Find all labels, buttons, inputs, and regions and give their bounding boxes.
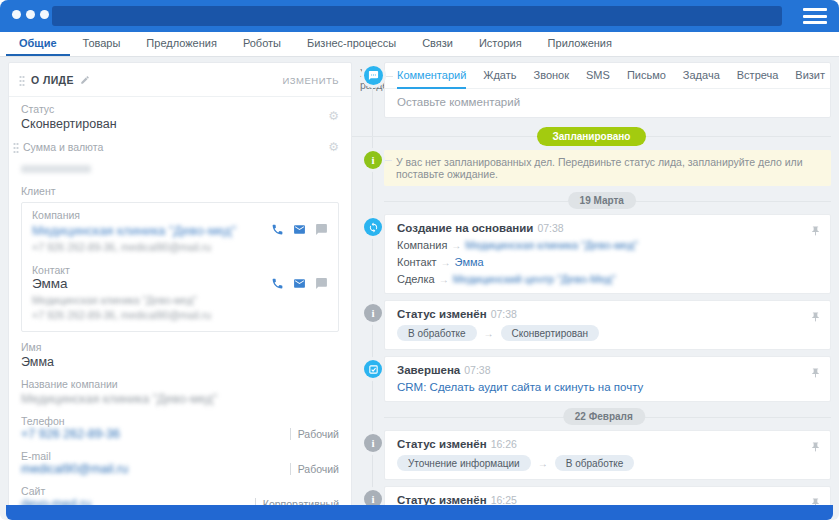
status-transition: Уточнение информации→В обработке: [397, 455, 802, 471]
tab-general[interactable]: Общие: [6, 32, 70, 56]
tab-quotes[interactable]: Предложения: [133, 32, 230, 56]
info-icon: i: [364, 151, 382, 169]
pencil-icon[interactable]: [80, 71, 90, 89]
browser-topbar: [0, 0, 839, 32]
planned-row: Запланировано: [352, 124, 831, 148]
client-box: Компания Медицинская клиника "Дево-мед" …: [21, 202, 339, 332]
tl-tab-task[interactable]: Задача: [683, 64, 720, 89]
window-controls[interactable]: [12, 10, 49, 19]
entry-card: Завершена07:38 CRM: Сделать аудит сайта …: [384, 356, 831, 402]
name-value: Эмма: [21, 355, 339, 369]
tl-tab-meeting[interactable]: Встреча: [737, 64, 779, 89]
email-label: E-mail: [21, 450, 339, 462]
timeline-entry: i Статус изменён16:26 Уточнение информац…: [352, 430, 831, 480]
date-separator: 22 Февраля: [352, 408, 831, 426]
chat-icon[interactable]: [315, 223, 328, 236]
company-link[interactable]: Медицинская клиника "Дево-мед": [32, 223, 236, 238]
tl-tab-comment[interactable]: Комментарий: [397, 64, 466, 89]
timeline-entry: Создание на основании07:38 Компания→Меди…: [352, 214, 831, 294]
comment-bubble-icon: [364, 66, 383, 85]
composer-row: Комментарий Ждать Звонок SMS Письмо Зада…: [352, 62, 831, 118]
company-link[interactable]: Медицинская клиника "Дево-мед": [465, 239, 638, 251]
email-value-link[interactable]: medical90@mail.ru: [21, 462, 128, 476]
entry-time: 07:38: [464, 364, 490, 376]
phone-type: Рабочий: [290, 428, 339, 440]
deal-link[interactable]: Медицинский центр "Дево-Мед": [453, 273, 616, 285]
comment-composer: Комментарий Ждать Звонок SMS Письмо Зада…: [384, 62, 831, 118]
timeline-tab-bar: Комментарий Ждать Звонок SMS Письмо Зада…: [385, 63, 830, 89]
address-bar[interactable]: [52, 6, 782, 26]
main-tab-bar: Общие Товары Предложения Роботы Бизнес-п…: [0, 32, 839, 57]
entry-company-row: Компания→Медицинская клиника "Дево-мед": [397, 239, 802, 251]
lead-details-panel: О ЛИДЕ ИЗМЕНИТЬ Статус Сконвертирован ⚙ …: [8, 62, 352, 505]
pin-icon[interactable]: [810, 495, 821, 505]
contact-label: Контакт: [32, 264, 328, 276]
window-dot-icon[interactable]: [26, 10, 35, 19]
window-dot-icon[interactable]: [12, 10, 21, 19]
drag-handle-icon[interactable]: [19, 75, 25, 86]
tab-business-processes[interactable]: Бизнес-процессы: [294, 32, 409, 56]
sum-label: Сумма и валюта: [23, 141, 103, 153]
drag-handle-icon[interactable]: [13, 142, 19, 153]
lead-about-card: О ЛИДЕ ИЗМЕНИТЬ Статус Сконвертирован ⚙ …: [8, 62, 352, 505]
contact-link[interactable]: Эмма: [455, 256, 484, 268]
contact-company-sub: Медицинская клиника "Дево-мед": [32, 294, 328, 306]
email-type: Рабочий: [290, 463, 339, 475]
content-area: О ЛИДЕ ИЗМЕНИТЬ Статус Сконвертирован ⚙ …: [0, 57, 839, 505]
name-label: Имя: [21, 341, 339, 353]
email-icon[interactable]: [293, 223, 306, 236]
phone-value-link[interactable]: +7 926 262-89-36: [21, 427, 120, 441]
hamburger-menu-icon[interactable]: [803, 8, 827, 24]
email-icon[interactable]: [293, 277, 306, 290]
contact-name[interactable]: Эмма: [32, 276, 68, 291]
sync-icon: [364, 218, 382, 236]
comment-input[interactable]: Оставьте комментарий: [385, 89, 830, 117]
gear-icon[interactable]: ⚙: [328, 141, 339, 153]
window-dot-icon[interactable]: [40, 10, 49, 19]
tab-connections[interactable]: Связи: [409, 32, 466, 56]
tl-tab-letter[interactable]: Письмо: [627, 64, 666, 89]
tab-apps[interactable]: Приложения: [535, 32, 625, 56]
contact-contacts-sub: +7 926 262-89-36, medical90@mail.ru: [32, 309, 328, 321]
status-transition: В обработке→Сконвертирован: [397, 325, 802, 341]
company-name-value: Медицинская клиника "Дево-мед": [21, 392, 339, 406]
site-type: Корпоративный: [255, 498, 339, 505]
date-badge: 22 Февраля: [563, 408, 645, 425]
tab-products[interactable]: Товары: [70, 32, 134, 56]
date-badge: 19 Марта: [568, 192, 636, 209]
tab-robots[interactable]: Роботы: [230, 32, 294, 56]
entry-title: Статус изменён16:25: [397, 494, 802, 505]
phone-icon[interactable]: [271, 223, 284, 236]
pin-icon[interactable]: [810, 223, 821, 241]
status-value: Сконвертирован: [21, 117, 117, 131]
tl-tab-call[interactable]: Звонок: [534, 64, 570, 89]
tl-tab-sms[interactable]: SMS: [586, 64, 610, 89]
task-link[interactable]: CRM: Сделать аудит сайта и скинуть на по…: [397, 381, 802, 393]
entry-time: 07:38: [491, 308, 517, 320]
task-check-icon: [364, 360, 382, 378]
planned-button[interactable]: Запланировано: [537, 127, 647, 146]
blurred-sum-value: [21, 165, 91, 173]
site-value-link[interactable]: devo-med.ru: [21, 497, 91, 505]
gear-icon[interactable]: ⚙: [328, 110, 339, 122]
status-badge: Уточнение информации: [397, 455, 531, 471]
tl-tab-wait[interactable]: Ждать: [483, 64, 516, 89]
pin-icon[interactable]: [810, 309, 821, 327]
edit-button[interactable]: ИЗМЕНИТЬ: [282, 75, 339, 86]
phone-icon[interactable]: [271, 277, 284, 290]
tab-history[interactable]: История: [466, 32, 535, 56]
pin-icon[interactable]: [810, 365, 821, 383]
entry-time: 16:25: [491, 494, 517, 505]
status-badge: Сконвертирован: [501, 325, 599, 341]
chat-icon[interactable]: [315, 277, 328, 290]
tl-tab-visit[interactable]: Визит: [795, 64, 825, 89]
status-badge: В обработке: [555, 455, 635, 471]
entry-title: Статус изменён16:26: [397, 438, 802, 450]
entry-title: Создание на основании07:38: [397, 222, 802, 234]
timeline-entry: i Статус изменён07:38 В обработке→Сконве…: [352, 300, 831, 350]
notice-message: У вас нет запланированных дел. Передвинь…: [384, 150, 831, 186]
pin-icon[interactable]: [810, 439, 821, 457]
notice-row: i У вас нет запланированных дел. Передви…: [352, 150, 831, 186]
lead-about-header: О ЛИДЕ ИЗМЕНИТЬ: [9, 63, 351, 97]
entry-time: 07:38: [537, 222, 563, 234]
